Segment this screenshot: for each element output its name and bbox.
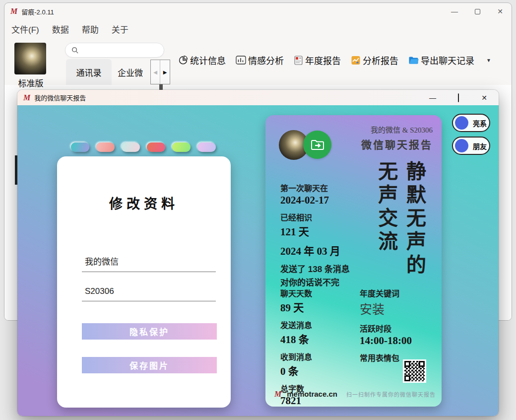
edit-card-title: 修改资料 [57,193,231,212]
first-chat-label: 第一次聊天在 [280,182,387,194]
dialog-maximize-button[interactable] [451,94,466,102]
report-footer: M memotrace.cn 扫一扫制作专属你的微信聊天报告 [274,390,436,399]
tab-scroll-next-button[interactable]: ▶ [160,60,170,84]
wechat-id-field[interactable]: S20306 [82,286,216,301]
menu-about[interactable]: 关于 [112,23,129,35]
close-button[interactable]: ✕ [489,3,512,20]
toggle-dot-icon [455,116,468,130]
report-stats-left: 聊天天数 89 天 发送消息 418 条 收到消息 0 条 总字数 7821 [280,287,355,407]
edition-label: 标准版 [11,76,50,89]
sticker-label: 常用表情包 [360,351,440,363]
dialog-maximize-icon [458,93,459,102]
style-toggle-bright[interactable]: 亮系 [452,114,490,132]
menu-data[interactable]: 数据 [52,23,69,35]
search-input[interactable] [65,43,164,58]
name-field[interactable]: 我的微信 [82,255,216,272]
search-icon [71,47,79,54]
analysis-report-button[interactable]: 分析报告 [348,54,401,67]
qr-marker [404,375,410,381]
report-header-title: 微信聊天报告 [361,137,433,151]
qr-marker [404,361,410,367]
chat-report-dialog: M 我的微信聊天报告 — ✕ 修改资料 我的微信 S20306 隐私保护 保存图… [17,90,499,416]
maximize-icon [475,9,480,14]
bar-chart-icon [236,55,246,65]
menu-help[interactable]: 帮助 [82,23,99,35]
save-image-button[interactable]: 保存图片 [82,357,217,373]
qr-marker [419,361,425,367]
toggle-dot-icon [455,139,468,152]
sent-line-2: 对你的话说不完 [280,276,387,288]
export-dropdown-caret[interactable]: ▼ [486,58,491,63]
brand: M memotrace.cn [274,390,337,399]
style-toggle-friend[interactable]: 朋友 [452,137,490,155]
stat-label: 发送消息 [280,319,355,331]
main-titlebar[interactable]: M 留痕-2.0.11 — ✕ [4,3,512,20]
active-period-label: 活跃时段 [360,322,440,334]
menubar: 文件(F) 数据 帮助 关于 [4,20,512,39]
report-header-names: 我的微信 & S20306 [361,124,433,135]
theme-pill-1[interactable] [71,142,89,152]
brand-domain: memotrace.cn [287,390,337,398]
export-chat-button[interactable]: 导出聊天记录 [405,54,477,67]
keyword-label: 年度关键词 [360,287,440,299]
dialog-title: 我的微信聊天报告 [34,93,86,102]
folder-export-icon [311,139,324,151]
known-value: 121 天 [280,223,387,238]
memotrace-logo-icon: M [23,93,30,102]
dialog-titlebar[interactable]: M 我的微信聊天报告 — ✕ [17,90,499,105]
export-image-button[interactable] [303,131,331,159]
qr-code [403,359,426,383]
qr-pattern [404,361,425,381]
emotion-analysis-button[interactable]: 情感分析 [233,54,287,67]
memotrace-logo-icon: M [10,7,17,16]
stat-value: 418 条 [280,331,355,346]
scan-hint: 扫一扫制作专属你的微信聊天报告 [346,390,436,398]
report-card: 我的微信 & S20306 微信聊天报告 静默无声的 无声交流 第一次聊天在 2… [265,115,442,407]
theme-pill-5[interactable] [172,142,191,152]
main-window-controls: — ✕ [443,3,512,20]
analysis-report-icon [351,55,361,66]
main-window-title: 留痕-2.0.11 [21,7,54,16]
theme-pill-2[interactable] [96,142,115,152]
known-label: 已经相识 [280,211,387,223]
tab-enterprise-wechat[interactable]: 企业微 [118,59,150,85]
pie-chart-icon [178,55,188,65]
stats-info-button[interactable]: 统计信息 [175,54,229,67]
calendar-icon [294,55,303,66]
tab-scroll-prev-button[interactable]: ◀ [151,60,160,84]
menu-file[interactable]: 文件(F) [11,23,39,35]
stat-label: 收到消息 [280,350,355,362]
dialog-window-controls: — ✕ [425,90,496,105]
report-header: 我的微信 & S20306 微信聊天报告 [361,124,433,151]
stat-value: 89 天 [280,299,355,314]
first-chat-value: 2024-02-17 [280,194,387,207]
month-line: 2024 年 03 月 [280,243,387,258]
report-stats-right: 年度关键词 安装 活跃时段 14:00-18:00 常用表情包 [360,287,440,363]
dialog-close-button[interactable]: ✕ [477,94,492,102]
maximize-button[interactable] [466,3,489,20]
edit-profile-card: 修改资料 我的微信 S20306 隐私保护 保存图片 [57,156,231,408]
privacy-protect-button[interactable]: 隐私保护 [82,323,217,340]
dialog-minimize-button[interactable]: — [425,94,440,102]
keyword-value: 安装 [360,299,440,317]
tab-contacts[interactable]: 通讯录 [66,59,112,85]
active-period-value: 14:00-18:00 [360,335,440,347]
folder-icon [408,56,419,65]
sent-line-1: 发送了 138 条消息 [280,262,387,275]
stat-label: 聊天天数 [280,287,355,299]
stat-value: 0 条 [280,363,355,378]
toolbar: 统计信息 情感分析 年度报告 [175,51,491,70]
minimize-button[interactable]: — [443,3,466,20]
memotrace-logo-icon: M [274,390,281,399]
style-toggle-group: 亮系 朋友 [452,114,490,155]
report-first-stats: 第一次聊天在 2024-02-17 已经相识 121 天 2024 年 03 月… [280,182,387,288]
theme-pill-row [71,142,216,152]
tab-scroll-buttons: ◀ ▶ [150,60,170,84]
theme-pill-3[interactable] [122,142,140,152]
theme-pill-4[interactable] [147,142,165,152]
annual-report-button[interactable]: 年度报告 [291,54,344,67]
theme-pill-6[interactable] [197,142,216,152]
user-avatar[interactable] [14,43,46,74]
